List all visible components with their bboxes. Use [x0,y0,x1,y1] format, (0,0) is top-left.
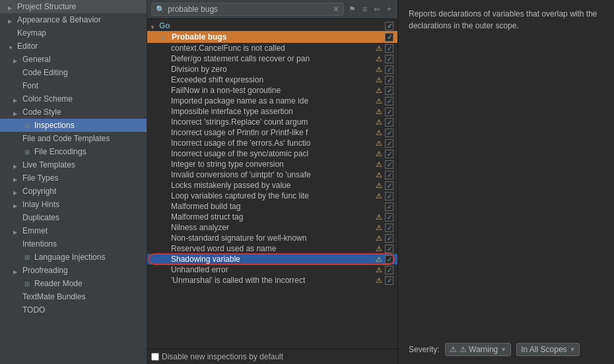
item-label: Non-standard signature for well-known [171,233,374,243]
chevron-none [13,253,21,261]
tree-item-11[interactable]: Integer to string type conversion [147,159,397,169]
sidebar-item-editor[interactable]: Editor [0,40,147,53]
sidebar-item-inspections[interactable]: Inspections [0,119,147,132]
severity-chevron-icon: ▼ [500,346,506,353]
item-checkbox[interactable] [385,150,393,158]
sidebar-item-intentions[interactable]: Intentions [0,237,147,251]
clear-search-button[interactable]: ✕ [333,5,339,14]
tree-item-18[interactable]: Non-standard signature for well-known [147,233,397,243]
sidebar-item-code-style[interactable]: Code Style [0,106,147,119]
tree-item-14[interactable]: Loop variables captured by the func lite [147,191,397,201]
tree-item-22[interactable]: 'Unmarshal' is called with the incorrect [147,275,397,286]
tree-item-12[interactable]: Invalid conversions of 'uintptr' to 'uns… [147,169,397,180]
item-checkbox[interactable] [385,245,393,253]
sidebar-item-copyright[interactable]: Copyright [0,185,147,198]
tree-item-5[interactable]: Imported package name as a name ide [147,96,397,106]
item-label: Incorrect usage of the sync/atomic pacl [171,149,374,158]
tree-item-6[interactable]: Impossible interface type assertion [147,106,397,117]
expand-all-button[interactable]: ≡ [360,3,369,15]
tree-item-15[interactable]: Malformed build tag [147,201,397,212]
sidebar-item-emmet[interactable]: Emmet [0,224,147,237]
tree-item-16[interactable]: Malformed struct tag [147,212,397,222]
sidebar-item-label: General [22,55,51,64]
tree-item-3[interactable]: Exceeded shift expression [147,75,397,85]
search-input[interactable] [168,5,330,14]
sidebar-item-file-encodings[interactable]: File Encodings [0,145,147,158]
item-checkbox[interactable] [385,276,393,285]
subgroup-checkbox[interactable] [385,33,393,42]
sidebar-item-live-templates[interactable]: Live Templates [0,158,147,171]
item-checkbox[interactable] [385,234,393,243]
item-checkbox[interactable] [385,97,393,106]
sidebar-item-duplicates[interactable]: Duplicates [0,211,147,224]
group-checkbox[interactable] [385,22,393,30]
tree-item-9[interactable]: Incorrect usage of the 'errors.As' funct… [147,138,397,148]
item-label: Nilness analyzer [171,223,374,232]
item-icons [374,96,393,106]
warning-icon [374,128,384,137]
item-checkbox[interactable] [385,65,393,74]
tree-item-0[interactable]: context.CancelFunc is not called [147,43,397,53]
item-icons [374,212,393,222]
sidebar-item-code-editing[interactable]: Code Editing [0,66,147,79]
sidebar-item-label: Keymap [17,28,46,38]
tree-item-17[interactable]: Nilness analyzer [147,222,397,233]
item-checkbox[interactable] [385,129,393,137]
sidebar-item-general[interactable]: General [0,53,147,66]
sidebar-item-file-types[interactable]: File Types [0,171,147,185]
sidebar-item-textmate-bundles[interactable]: TextMate Bundles [0,290,147,303]
severity-dropdown[interactable]: ⚠ ⚠ Warning ▼ [445,343,512,356]
scope-dropdown[interactable]: In All Scopes ▼ [516,343,580,356]
item-checkbox[interactable] [385,76,393,84]
tree-item-10[interactable]: Incorrect usage of the sync/atomic pacl [147,148,397,159]
item-checkbox[interactable] [385,171,393,179]
tree-subgroup-probable-bugs[interactable]: Probable bugs [147,31,397,43]
tree-item-13[interactable]: Locks mistakenly passed by value [147,180,397,191]
item-checkbox[interactable] [385,224,393,232]
tree-item-21[interactable]: Unhandled error [147,264,397,275]
add-button[interactable]: + [385,3,393,15]
tree-item-20[interactable]: Shadowing variable [147,254,397,264]
sidebar-item-font[interactable]: Font [0,79,147,92]
sidebar-item-language-injections[interactable]: Language Injections [0,251,147,264]
item-checkbox[interactable] [385,118,393,127]
item-checkbox[interactable] [385,86,393,95]
sidebar-item-file-code-templates[interactable]: File and Code Templates [0,132,147,145]
collapse-all-button[interactable]: ⇐ [372,3,382,15]
disable-new-inspections-checkbox[interactable]: Disable new inspections by default [151,352,283,361]
tree-item-8[interactable]: Incorrect usage of Println or Printf-lik… [147,127,397,138]
sidebar-item-reader-mode[interactable]: Reader Mode [0,277,147,290]
sidebar-item-inlay-hints[interactable]: Inlay Hints [0,198,147,211]
item-checkbox[interactable] [385,213,393,222]
sidebar-item-keymap[interactable]: Keymap [0,26,147,40]
sidebar-item-proofreading[interactable]: Proofreading [0,264,147,277]
tree-group-go[interactable]: Go [147,20,397,31]
sidebar-item-todo[interactable]: TODO [0,303,147,317]
item-checkbox[interactable] [385,160,393,169]
disable-checkbox-input[interactable] [151,353,159,361]
tree-item-2[interactable]: Division by zero [147,64,397,75]
item-checkbox[interactable] [385,255,393,264]
item-checkbox[interactable] [385,202,393,211]
sidebar-item-project-structure[interactable]: Project Structure [0,0,147,13]
item-checkbox[interactable] [385,139,393,148]
item-icons [374,86,393,95]
chevron-right-icon [13,161,21,169]
search-input-wrap[interactable]: 🔍 ✕ [151,3,344,16]
item-checkbox[interactable] [385,181,393,190]
item-label: Invalid conversions of 'uintptr' to 'uns… [171,170,374,179]
item-checkbox[interactable] [385,192,393,200]
sidebar-item-appearance-behavior[interactable]: Appearance & Behavior [0,13,147,26]
item-checkbox[interactable] [385,55,393,63]
tree-item-1[interactable]: Defer/go statement calls recover or pan [147,53,397,64]
search-icon: 🔍 [156,5,165,14]
item-checkbox[interactable] [385,44,393,53]
item-checkbox[interactable] [385,107,393,116]
item-checkbox[interactable] [385,266,393,274]
tree-item-19[interactable]: Reserved word used as name [147,243,397,254]
tree-item-4[interactable]: FailNow in a non-test goroutine [147,85,397,96]
tree-item-7[interactable]: Incorrect 'strings.Replace' count argum [147,117,397,127]
chevron-right-icon [8,16,16,24]
sidebar-item-color-scheme[interactable]: Color Scheme [0,92,147,106]
filter-button[interactable]: ⚑ [347,3,358,15]
